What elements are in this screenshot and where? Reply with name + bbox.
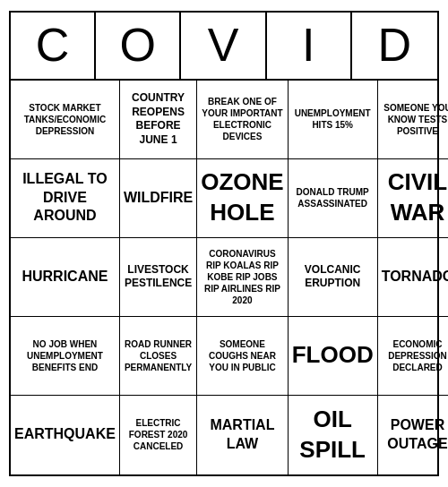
bingo-letter: D bbox=[352, 13, 437, 78]
bingo-cell: WILDFIRE bbox=[120, 159, 197, 238]
bingo-cell: MARTIAL LAW bbox=[197, 396, 288, 474]
bingo-cell: EARTHQUAKE bbox=[11, 396, 120, 474]
bingo-cell: ILLEGAL TO DRIVE AROUND bbox=[11, 159, 120, 238]
bingo-cell: ECONOMIC DEPRESSION DECLARED bbox=[378, 317, 448, 396]
bingo-letter: C bbox=[11, 13, 96, 78]
bingo-cell: DONALD TRUMP ASSASSINATED bbox=[289, 159, 378, 238]
bingo-cell: NO JOB WHEN UNEMPLOYMENT BENEFITS END bbox=[11, 317, 120, 396]
bingo-cell: SOMEONE COUGHS NEAR YOU IN PUBLIC bbox=[197, 317, 288, 396]
bingo-cell: COUNTRY REOPENS BEFORE JUNE 1 bbox=[120, 81, 197, 159]
bingo-letter: V bbox=[181, 13, 266, 78]
bingo-cell: FLOOD bbox=[289, 317, 378, 396]
bingo-cell: OZONE HOLE bbox=[197, 159, 288, 238]
bingo-cell: HURRICANE bbox=[11, 238, 120, 317]
bingo-cell: POWER OUTAGE bbox=[378, 396, 448, 474]
bingo-cell: VOLCANIC ERUPTION bbox=[289, 238, 378, 317]
bingo-cell: SOMEONE YOU KNOW TESTS POSITIVE bbox=[378, 81, 448, 159]
bingo-cell: LIVESTOCK PESTILENCE bbox=[120, 238, 197, 317]
bingo-card: COVID STOCK MARKET TANKS/ECONOMIC DEPRES… bbox=[9, 11, 439, 475]
bingo-cell: STOCK MARKET TANKS/ECONOMIC DEPRESSION bbox=[11, 81, 120, 159]
bingo-cell: BREAK ONE OF YOUR IMPORTANT ELECTRONIC D… bbox=[197, 81, 288, 159]
bingo-letter: O bbox=[96, 13, 181, 78]
bingo-letter: I bbox=[267, 13, 352, 78]
bingo-cell: ROAD RUNNER CLOSES PERMANENTLY bbox=[120, 317, 197, 396]
bingo-cell: ELECTRIC FOREST 2020 CANCELED bbox=[120, 396, 197, 474]
bingo-cell: OIL SPILL bbox=[289, 396, 378, 474]
bingo-cell: UNEMPLOYMENT HITS 15% bbox=[289, 81, 378, 159]
bingo-header: COVID bbox=[11, 13, 437, 80]
bingo-cell: CIVIL WAR bbox=[378, 159, 448, 238]
bingo-grid: STOCK MARKET TANKS/ECONOMIC DEPRESSIONCO… bbox=[11, 81, 437, 474]
bingo-cell: TORNADO bbox=[378, 238, 448, 317]
bingo-cell: CORONAVIRUS RIP KOALAS RIP KOBE RIP JOBS… bbox=[197, 238, 288, 317]
